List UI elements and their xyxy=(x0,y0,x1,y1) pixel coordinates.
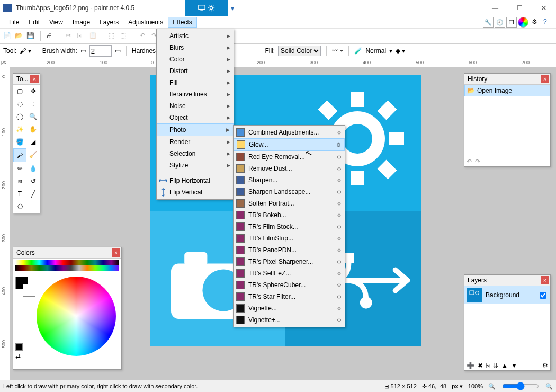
effects-object[interactable]: Object▶ xyxy=(157,112,234,123)
history-close-button[interactable]: × xyxy=(541,75,549,83)
settings-icon[interactable]: ⚙ xyxy=(532,18,540,26)
secondary-swatch[interactable] xyxy=(23,284,35,297)
layer-row[interactable]: Background xyxy=(464,286,550,304)
effects-blurs[interactable]: Blurs▶ xyxy=(157,42,234,54)
history-item[interactable]: 📂Open Image xyxy=(464,85,550,96)
eyedropper-tool[interactable]: 💧 xyxy=(26,162,40,175)
line-tool[interactable]: ╱ xyxy=(26,188,40,200)
effects-flip-v[interactable]: Flip Vertical xyxy=(157,186,234,198)
photo-item-14[interactable]: TR's Star Filter...⚙ xyxy=(234,291,345,302)
line-style-icon[interactable]: 〰 ▾ xyxy=(332,47,343,55)
layer-props-icon[interactable]: ⚙ xyxy=(542,362,548,369)
menu-adjustments[interactable]: Adjustments xyxy=(123,17,168,28)
tools-toggle-icon[interactable]: 🔧 xyxy=(483,17,494,28)
ellipse-select-tool[interactable]: ◯ xyxy=(13,110,26,123)
menu-edit[interactable]: Edit xyxy=(24,17,44,28)
effects-stylize[interactable]: Stylize▶ xyxy=(157,159,234,171)
brush-width-input[interactable] xyxy=(89,45,112,57)
colors-close-button[interactable]: × xyxy=(112,248,120,257)
swap-colors-icon[interactable]: ⇄ xyxy=(15,352,23,360)
copy-icon[interactable]: ⎘ xyxy=(77,32,86,40)
menu-layers[interactable]: Layers xyxy=(95,17,123,28)
layer-down-icon[interactable]: ▼ xyxy=(511,362,517,369)
effects-color[interactable]: Color▶ xyxy=(157,54,234,65)
photo-item-2[interactable]: Red Eye Removal...⚙ xyxy=(234,151,345,163)
undo-icon[interactable]: ↶ xyxy=(140,32,148,40)
move-selection-tool[interactable]: ↕ xyxy=(26,97,40,110)
dup-layer-icon[interactable]: ⎘ xyxy=(486,362,490,369)
tools-close-button[interactable]: × xyxy=(30,75,39,83)
photo-item-8[interactable]: TR's Film Stock...⚙ xyxy=(234,221,345,233)
undo-history-icon[interactable]: ↶ xyxy=(467,158,472,165)
lasso-tool[interactable]: ◌ xyxy=(13,97,26,110)
effects-distort[interactable]: Distort▶ xyxy=(157,65,234,77)
photo-item-7[interactable]: TR's Bokeh...⚙ xyxy=(234,209,345,221)
paste-icon[interactable]: 📋 xyxy=(89,32,97,40)
photo-item-6[interactable]: Soften Portrait...⚙ xyxy=(234,198,345,209)
layer-up-icon[interactable]: ▲ xyxy=(501,362,508,369)
mini-black[interactable] xyxy=(15,343,23,351)
menu-image[interactable]: Image xyxy=(68,17,95,28)
palette-row-2[interactable] xyxy=(15,265,119,271)
eraser-tool[interactable]: 🧹 xyxy=(26,148,40,161)
bucket-tool[interactable]: 🪣 xyxy=(13,136,26,148)
colors-toggle-icon[interactable] xyxy=(518,17,528,28)
photo-item-5[interactable]: Sharpen Landscape...⚙ xyxy=(234,186,345,198)
photo-item-12[interactable]: TR's SelfEeZ...⚙ xyxy=(234,268,345,279)
menu-file[interactable]: File xyxy=(4,17,24,28)
photo-item-4[interactable]: Sharpen...⚙ xyxy=(234,174,345,186)
layer-visible-checkbox[interactable] xyxy=(540,292,546,299)
pan-tool[interactable]: ✋ xyxy=(26,123,40,136)
close-button[interactable]: ✕ xyxy=(532,0,556,16)
delete-layer-icon[interactable]: ✖ xyxy=(478,362,483,369)
brush-inc-icon[interactable]: ▭ xyxy=(115,47,121,55)
print-icon[interactable]: 🖨 xyxy=(46,32,55,40)
open-icon[interactable]: 📂 xyxy=(15,32,23,40)
brush-tool[interactable]: 🖌 xyxy=(13,148,26,162)
effects-flip-h[interactable]: Flip Horizontal xyxy=(157,175,234,186)
effects-fill[interactable]: Fill▶ xyxy=(157,77,234,88)
photo-item-0[interactable]: Combined Adjustments...⚙ xyxy=(234,127,345,138)
crop-icon[interactable]: ⬚ xyxy=(109,32,117,40)
effects-noise[interactable]: Noise▶ xyxy=(157,100,234,112)
palette-row-1[interactable] xyxy=(15,260,119,265)
color-wheel[interactable]: ○ xyxy=(37,277,116,356)
move-tool[interactable]: ✥ xyxy=(26,85,40,97)
alpha-icon[interactable]: ◆ ▾ xyxy=(396,47,405,55)
tab-dropdown-icon[interactable]: ▾ xyxy=(231,5,234,12)
zoom-slider[interactable] xyxy=(502,382,539,390)
zoom-in-icon[interactable]: 🔍 xyxy=(545,383,553,390)
photo-item-9[interactable]: TR's FilmStrip...⚙ xyxy=(234,233,345,244)
effects-iterative[interactable]: Iterative lines▶ xyxy=(157,88,234,100)
redo-history-icon[interactable]: ↷ xyxy=(475,158,480,165)
add-layer-icon[interactable]: ➕ xyxy=(467,362,474,369)
blend-mode[interactable]: Normal xyxy=(365,47,386,55)
doc-thumbnail-tab[interactable] xyxy=(185,0,228,16)
status-zoom[interactable]: 100% xyxy=(468,383,483,389)
merge-layer-icon[interactable]: ⇊ xyxy=(493,362,498,369)
blend-icon[interactable]: 🧪 xyxy=(354,47,362,55)
tool-picker-icon[interactable]: 🖌 ▾ xyxy=(20,47,31,55)
effects-selection[interactable]: Selection▶ xyxy=(157,148,234,159)
save-icon[interactable]: 💾 xyxy=(26,32,35,40)
help-icon[interactable]: ? xyxy=(543,18,552,26)
shapes-tool[interactable]: ⬠ xyxy=(13,200,26,213)
effects-render[interactable]: Render▶ xyxy=(157,136,234,148)
photo-item-3[interactable]: Remove Dust...⚙ xyxy=(234,163,345,174)
menu-effects[interactable]: Effects xyxy=(168,17,196,28)
clone-tool[interactable]: ⧇ xyxy=(13,175,26,188)
photo-item-10[interactable]: TR's PanoPDN...⚙ xyxy=(234,244,345,256)
fill-select[interactable]: Solid Color xyxy=(278,46,321,56)
status-unit[interactable]: px ▾ xyxy=(452,383,463,390)
gradient-tool[interactable]: ◢ xyxy=(26,136,40,148)
photo-item-11[interactable]: TR's Pixel Sharpener...⚙ xyxy=(234,256,345,268)
pencil-tool[interactable]: ✏ xyxy=(13,162,26,175)
brush-dec-icon[interactable]: ▭ xyxy=(80,47,86,55)
photo-item-16[interactable]: Vignette+...⚙ xyxy=(234,314,345,326)
effects-photo[interactable]: Photo▶ xyxy=(157,123,234,136)
cut-icon[interactable]: ✂ xyxy=(66,32,74,40)
rect-select-tool[interactable]: ▢ xyxy=(13,85,26,97)
deselect-icon[interactable]: ⬚ xyxy=(120,32,129,40)
zoom-out-icon[interactable]: 🔍 xyxy=(488,383,496,390)
photo-item-13[interactable]: TR's SphereCuber...⚙ xyxy=(234,279,345,291)
